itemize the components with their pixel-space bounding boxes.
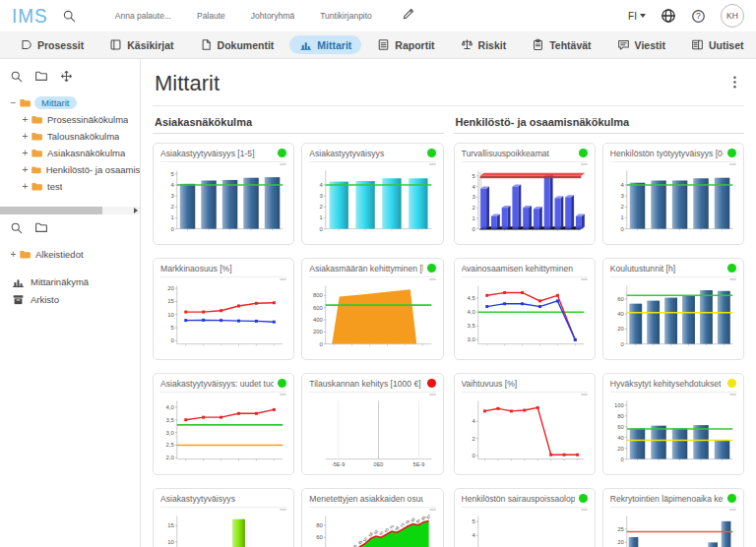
chart-card[interactable]: Asiakastyytyväisyys: uudet tuott...2,02,… — [153, 373, 294, 475]
language-selector[interactable]: FI — [628, 11, 646, 22]
chart-card[interactable]: Asiakastyytyväisyys01234 — [301, 143, 443, 245]
book-icon — [109, 38, 122, 51]
card-handle — [429, 163, 436, 165]
section-label: Asiakasnäkökulma — [153, 114, 444, 134]
card-handle — [280, 278, 286, 280]
tree-item[interactable]: +Alkeistiedot — [0, 246, 140, 263]
chart-card[interactable]: Markkinaosuus [%]05101520 — [153, 258, 294, 360]
chart-card[interactable]: Hyväksytyt kehitysehdotukset [...0204060… — [602, 373, 744, 475]
svg-text:800: 800 — [313, 292, 324, 298]
pencil-icon[interactable] — [402, 7, 415, 21]
nav-item-label: Tehtävät — [549, 39, 591, 51]
search-icon[interactable] — [10, 70, 23, 83]
chart-card[interactable]: Avainosaamisen kehittyminen [...3,03,54,… — [454, 258, 596, 360]
topbar-tab[interactable]: Anna palaute... — [115, 11, 171, 21]
nav-item-news[interactable]: Uutiset — [681, 35, 754, 54]
svg-text:1: 1 — [472, 215, 474, 221]
chart-canvas: 012345 — [160, 166, 286, 237]
expand-toggle[interactable]: + — [20, 164, 31, 175]
tree-item[interactable]: +test — [0, 178, 140, 195]
expand-toggle[interactable]: + — [8, 249, 19, 260]
chart-card[interactable]: Asiakastyytyväisyys51015 — [153, 488, 294, 547]
chart-card[interactable]: Tilauskannan kehitys [1000 €]-5E-90E05E-… — [301, 373, 443, 475]
svg-text:?: ? — [696, 11, 701, 21]
card-divider — [309, 161, 435, 162]
move-icon[interactable] — [60, 70, 73, 83]
dashboard-sections: AsiakasnäkökulmaAsiakastyytyväisyys [1-5… — [153, 106, 744, 547]
scrollbar-thumb[interactable] — [0, 207, 102, 214]
card-divider — [160, 392, 286, 393]
nav-item-chart[interactable]: Mittarit — [289, 35, 361, 54]
horizontal-scrollbar[interactable] — [0, 207, 140, 214]
tree-item[interactable]: +Henkilöstö- ja osaamisnä — [0, 161, 140, 178]
message-icon — [617, 38, 630, 51]
topbar-tab[interactable]: Tuntikirjanpito — [320, 11, 372, 21]
nav-item-document[interactable]: Dokumentit — [190, 35, 284, 54]
svg-text:40: 40 — [617, 311, 624, 317]
nav-item-scale[interactable]: Riskit — [451, 35, 517, 54]
svg-text:3: 3 — [320, 193, 324, 199]
svg-text:1: 1 — [320, 214, 323, 220]
tree-item[interactable]: +Asiakasnäkökulma — [0, 145, 140, 161]
svg-text:4: 4 — [320, 182, 324, 188]
search-icon[interactable] — [62, 9, 76, 23]
expand-toggle[interactable]: + — [20, 131, 31, 142]
svg-text:0: 0 — [171, 337, 175, 343]
chart-card[interactable]: Asiakastyytyväisyys [1-5]012345 — [153, 143, 294, 245]
topbar-tab[interactable]: Palaute — [197, 11, 225, 21]
svg-text:60: 60 — [316, 534, 323, 540]
status-dot-green — [727, 494, 736, 503]
chart-card[interactable]: Menetettyjen asiakkaiden osuus4060802030… — [301, 488, 443, 547]
sidebar-toolbar-primary — [0, 67, 140, 91]
svg-text:5: 5 — [171, 171, 175, 177]
chart-card-header: Menetettyjen asiakkaiden osuus — [309, 494, 435, 504]
chart-card-header: Henkilöstön sairauspoissaolopr... — [462, 494, 588, 504]
ims-logo[interactable]: IMS — [12, 6, 48, 26]
sidebar-link[interactable]: Arkisto — [0, 290, 140, 308]
chart-card[interactable]: Koulutustunnit [h]0204060 — [602, 258, 744, 360]
card-divider — [462, 161, 588, 162]
chart-title: Koulutustunnit [h] — [610, 264, 724, 274]
nav-item-message[interactable]: Viestit — [607, 35, 675, 54]
chart-canvas: 01234 — [309, 166, 435, 237]
card-divider — [160, 507, 286, 508]
nav-item-clipboard[interactable]: Tehtävät — [522, 35, 600, 54]
svg-text:0: 0 — [472, 225, 475, 231]
card-divider — [462, 507, 588, 508]
collapse-toggle[interactable]: − — [8, 97, 19, 108]
card-divider — [309, 507, 435, 508]
nav-item-process[interactable]: Prosessit — [10, 35, 94, 54]
chart-card[interactable]: Turvallisuuspoikkeamat012345 — [454, 143, 596, 245]
expand-toggle[interactable]: + — [20, 148, 31, 158]
topbar-tab[interactable]: Johtoryhmä — [251, 11, 294, 21]
search-icon[interactable] — [10, 221, 23, 234]
card-handle — [280, 163, 286, 165]
tree-item[interactable]: +Talousnäkökulma — [0, 128, 140, 145]
globe-icon[interactable] — [661, 8, 676, 24]
status-dot-green — [579, 494, 588, 503]
chart-canvas: 51015 — [160, 512, 286, 547]
tree-item-label: Alkeistiedot — [35, 249, 84, 260]
card-grid: Turvallisuuspoikkeamat012345Henkilöstön … — [454, 134, 745, 547]
nav-item-book[interactable]: Käsikirjat — [99, 35, 183, 54]
tree-item[interactable]: +Prosessinäkökulma — [0, 111, 140, 128]
expand-toggle[interactable]: + — [20, 114, 31, 125]
nav-item-report[interactable]: Raportit — [367, 35, 444, 54]
folder-outline-icon[interactable] — [34, 220, 48, 234]
chart-card[interactable]: Asiakasmäärän kehittyminen [lk...0200400… — [301, 258, 443, 360]
tree-item-root[interactable]: −Mittarit — [0, 94, 140, 111]
kebab-menu-icon[interactable] — [727, 75, 742, 93]
expand-toggle[interactable]: + — [20, 181, 31, 192]
chart-canvas: 01234 — [610, 166, 736, 237]
scrollbar-right-arrow[interactable] — [134, 208, 138, 213]
chart-card[interactable]: Henkilöstön sairauspoissaolopr...2345 — [454, 488, 596, 547]
folder-outline-icon[interactable] — [34, 69, 48, 83]
card-divider — [610, 276, 736, 277]
sidebar-link[interactable]: Mittarinäkymä — [0, 273, 140, 290]
chart-card[interactable]: Rekrytointien läpimenoaika kes...1015202… — [602, 488, 744, 547]
avatar[interactable]: KH — [721, 4, 744, 28]
kebab-icon[interactable] — [727, 75, 742, 90]
chart-card[interactable]: Henkilöstön työtyytyväisyys [0-...01234 — [602, 143, 744, 245]
chart-card[interactable]: Vaihtuvuus [%]024 — [454, 373, 596, 475]
help-icon[interactable]: ? — [691, 9, 706, 24]
